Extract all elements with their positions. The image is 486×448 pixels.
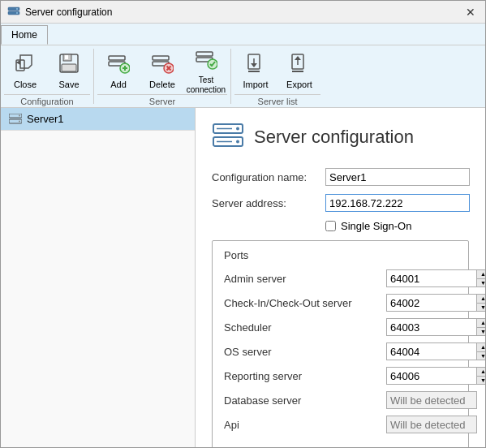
port-row-admin: Admin server ▲ ▼ bbox=[224, 269, 457, 287]
window-close-button[interactable]: ✕ bbox=[462, 4, 479, 20]
svg-rect-17 bbox=[153, 56, 169, 60]
ribbon-group-server: Add Delete bbox=[94, 49, 231, 104]
import-icon bbox=[244, 52, 267, 78]
port-spin-up-reporting[interactable]: ▲ bbox=[477, 368, 485, 377]
ribbon-content: Close Save Con bbox=[1, 45, 485, 107]
window-icon bbox=[7, 6, 20, 19]
save-btn-label: Save bbox=[58, 80, 79, 90]
delete-btn-label: Delete bbox=[149, 80, 175, 90]
port-input-wrap-scheduler: ▲ ▼ bbox=[386, 318, 485, 336]
sidebar-item-server1[interactable]: Server1 bbox=[1, 108, 195, 131]
test-connection-btn-label: Test connection bbox=[187, 75, 226, 95]
port-input-scheduler[interactable] bbox=[387, 319, 476, 335]
add-icon bbox=[107, 52, 130, 78]
port-input-wrap-os: ▲ ▼ bbox=[386, 342, 485, 360]
port-spin-up-admin[interactable]: ▲ bbox=[477, 270, 485, 279]
ribbon-buttons-server: Add Delete bbox=[97, 49, 227, 94]
single-sign-on-label: Single Sign-On bbox=[341, 220, 411, 232]
svg-point-2 bbox=[16, 8, 18, 10]
port-label-admin: Admin server bbox=[224, 273, 386, 285]
port-row-scheduler: Scheduler ▲ ▼ bbox=[224, 318, 457, 336]
port-input-admin[interactable] bbox=[387, 270, 476, 286]
port-spin-up-checkinout[interactable]: ▲ bbox=[477, 295, 485, 304]
port-spin-up-scheduler[interactable]: ▲ bbox=[477, 319, 485, 328]
add-btn-label: Add bbox=[110, 80, 127, 90]
config-panel: Server configuration Configuration name:… bbox=[196, 108, 485, 447]
svg-rect-22 bbox=[196, 52, 213, 56]
port-input-database bbox=[387, 392, 476, 408]
title-bar-left: Server configuration bbox=[7, 6, 112, 19]
port-spin-down-checkinout[interactable]: ▼ bbox=[477, 304, 485, 312]
server-address-row: Server address: bbox=[212, 194, 469, 212]
config-header-icon bbox=[212, 121, 244, 153]
config-name-input[interactable] bbox=[325, 168, 470, 186]
port-spinners-checkinout: ▲ ▼ bbox=[476, 295, 485, 311]
svg-point-35 bbox=[19, 114, 20, 116]
export-button[interactable]: Export bbox=[278, 49, 320, 94]
port-input-reporting[interactable] bbox=[387, 368, 476, 384]
port-spin-down-scheduler[interactable]: ▼ bbox=[477, 328, 485, 336]
save-button[interactable]: Save bbox=[48, 49, 90, 94]
port-spin-down-os[interactable]: ▼ bbox=[477, 352, 485, 360]
ribbon-group-configuration: Close Save Con bbox=[1, 49, 94, 104]
server-icon bbox=[9, 114, 22, 125]
import-btn-label: Import bbox=[243, 80, 268, 90]
delete-button[interactable]: Delete bbox=[141, 49, 183, 94]
port-input-wrap-checkinout: ▲ ▼ bbox=[386, 294, 485, 312]
port-input-wrap-database bbox=[386, 391, 477, 409]
main-content: Server1 Server configuration Configurati… bbox=[1, 108, 485, 447]
port-spinners-os: ▲ ▼ bbox=[476, 343, 485, 360]
delete-icon bbox=[151, 52, 174, 78]
port-input-checkinout[interactable] bbox=[387, 295, 476, 311]
ribbon-tabs: Home bbox=[1, 24, 485, 45]
svg-marker-27 bbox=[251, 63, 257, 67]
svg-rect-10 bbox=[65, 55, 68, 59]
server-address-label: Server address: bbox=[212, 197, 325, 209]
close-icon bbox=[14, 52, 37, 78]
port-row-os: OS server ▲ ▼ bbox=[224, 342, 457, 360]
port-label-checkinout: Check-In/Check-Out server bbox=[224, 297, 386, 309]
ports-legend: Ports bbox=[224, 249, 457, 261]
add-button[interactable]: Add bbox=[97, 49, 140, 94]
ports-section: Ports Admin server ▲ ▼ Check-In/Check-Ou… bbox=[212, 240, 469, 447]
port-input-wrap-reporting: ▲ ▼ bbox=[386, 367, 485, 385]
import-button[interactable]: Import bbox=[234, 49, 277, 94]
sidebar-item-label: Server1 bbox=[27, 113, 64, 125]
config-name-label: Configuration name: bbox=[212, 171, 325, 183]
ribbon-group-server-list: Import Export bbox=[231, 49, 324, 104]
svg-marker-31 bbox=[295, 56, 301, 60]
port-row-api: Api bbox=[224, 416, 457, 433]
port-row-reporting: Reporting server ▲ ▼ bbox=[224, 367, 457, 385]
server-list-group-label: Server list bbox=[234, 94, 320, 106]
svg-rect-11 bbox=[62, 64, 76, 71]
port-label-reporting: Reporting server bbox=[224, 370, 386, 382]
tab-home[interactable]: Home bbox=[1, 25, 48, 45]
port-spin-down-reporting[interactable]: ▼ bbox=[477, 377, 485, 385]
ribbon: Home Close bbox=[1, 24, 485, 108]
port-input-api bbox=[387, 416, 476, 433]
port-row-checkinout: Check-In/Check-Out server ▲ ▼ bbox=[224, 294, 457, 312]
svg-rect-12 bbox=[109, 56, 125, 60]
port-spinners-admin: ▲ ▼ bbox=[476, 270, 485, 286]
single-sign-on-checkbox[interactable] bbox=[325, 221, 336, 231]
svg-point-39 bbox=[236, 127, 239, 131]
svg-point-36 bbox=[19, 120, 20, 122]
server-group-label: Server bbox=[97, 94, 227, 106]
sidebar: Server1 bbox=[1, 108, 196, 447]
test-connection-icon bbox=[195, 48, 217, 74]
window-title: Server configuration bbox=[25, 6, 112, 18]
test-connection-button[interactable]: Test connection bbox=[185, 49, 227, 94]
port-input-os[interactable] bbox=[387, 343, 476, 360]
ribbon-buttons-configuration: Close Save bbox=[4, 49, 90, 94]
server-address-input[interactable] bbox=[325, 194, 470, 212]
config-header: Server configuration bbox=[212, 121, 469, 153]
port-spin-down-admin[interactable]: ▼ bbox=[477, 279, 485, 287]
config-name-row: Configuration name: bbox=[212, 168, 469, 186]
ribbon-buttons-server-list: Import Export bbox=[234, 49, 320, 94]
port-spin-up-os[interactable]: ▲ bbox=[477, 343, 485, 352]
port-spinners-reporting: ▲ ▼ bbox=[476, 368, 485, 384]
export-icon bbox=[288, 52, 311, 78]
close-button[interactable]: Close bbox=[4, 49, 46, 94]
port-label-os: OS server bbox=[224, 346, 386, 358]
port-input-wrap-api bbox=[386, 416, 477, 433]
